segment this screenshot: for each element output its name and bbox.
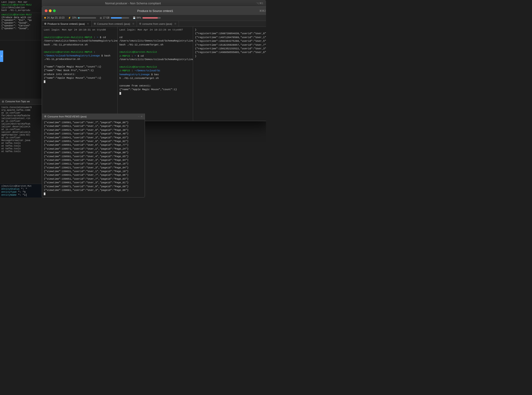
cu-line-3: {"registertime":1497120470589,"userid":"… [195, 36, 266, 39]
pageviews-minimize-icon[interactable]: − [138, 115, 140, 118]
pv-line-16: {"viewtime":150651,"userid":"User_7","pa… [44, 177, 143, 181]
pv-line-8: {"viewtime":150571,"userid":"User_1","pa… [44, 147, 143, 151]
produce-line-7: {"speaker": "Suvad", [1, 27, 40, 30]
produce-window-buttons [45, 9, 56, 12]
pv-line-5: {"viewtime":150541,"userid":"User_3","pa… [44, 136, 143, 139]
produce-minimize-button[interactable] [49, 9, 52, 12]
ps-line-2 [44, 32, 116, 35]
pv-line-14: {"viewtime":150631,"userid":"User_1","pa… [44, 170, 143, 173]
bg-line-3: litz/SRValidation [1, 6, 40, 9]
stack-line-4: fer(AbstractKafkaSche [1, 115, 40, 117]
produce-datetime: 24. Apr 23, 10:23 [44, 16, 65, 19]
bg-produce-section: cmutzlitz@Carsten-Mutz (Produce data wit… [0, 13, 42, 40]
produce-line-6: {"speaker": "Carsten" [1, 25, 40, 27]
cc-line-13 [119, 80, 191, 84]
ps-line-8: {"name":"Apple Magic Mouse","count":1} [44, 65, 116, 69]
stack-line-14: at kafka.tools [1, 142, 40, 144]
tab-consume-bell: ⊕ [132, 22, 134, 25]
consume-cmtest-terminal: Last login: Mon Apr 24 10:22:26 on ttys0… [118, 27, 193, 121]
produce-close-button[interactable] [45, 9, 48, 12]
cc-line-11: hemaRegistry/Lineage $ bas [119, 73, 191, 76]
produce-ram-fill [111, 17, 122, 19]
tab-source-bell: ⊕ [87, 22, 89, 25]
stack-line-6: at io.confluer [1, 120, 40, 122]
stack-line-17: at kafka.tools [1, 150, 40, 153]
produce-tab-consume-cmtest[interactable]: Consume from cmtest1 (java) ⊕ [92, 21, 137, 27]
ps-line-1: Last login: Mon Apr 24 10:10:31 on ttys0… [44, 28, 116, 32]
pageviews-tab-dot [44, 115, 46, 117]
tab-dot [44, 23, 46, 25]
side-indicator: a [0, 50, 3, 62]
produce-tab-source[interactable]: Produce to Source cmtest1 (java) ⊕ [42, 21, 92, 27]
bg-line-2: cmutzlitz@Carsten-Mutz [1, 4, 40, 6]
pv-line-18: {"viewtime":150671,"userid":"User_9","pa… [44, 185, 143, 188]
produce-maximize-button[interactable] [53, 9, 56, 12]
tab-source-label: Produce to Source cmtest1 (java) [48, 22, 85, 25]
ps-line-9: {"name":"Mac Book Pro","count":1} [44, 69, 116, 72]
stack-line-10: ializer.deserialize(A [1, 131, 40, 133]
ps-line-7 [44, 61, 116, 65]
cursor [44, 80, 45, 83]
stack-line-5: ializationContext.<in [1, 117, 40, 120]
consume-close-icon[interactable]: × [2, 100, 4, 103]
consume-tab[interactable]: × Consume from Topic we [0, 99, 42, 104]
pv-line-10: {"viewtime":150591,"userid":"User_4","pa… [44, 155, 143, 158]
produce-ram-progress [111, 17, 129, 19]
stack-line-3: at io.confluer [1, 112, 40, 114]
produce-ram: ▦ 17 GB [100, 16, 129, 19]
pv-line-15: {"viewtime":150641,"userid":"User_7","pa… [44, 173, 143, 177]
cc-line-10: z-MBP15 : ~/Demos/ccloud/Sc [119, 69, 191, 72]
consume-tab-section: × Consume from Topic we [0, 99, 42, 105]
produce-source-terminal: Last login: Mon Apr 24 10:10:31 on ttys0… [42, 27, 117, 121]
cc-line-7: z-MBP15 : ~ $ cd /Users/cmutzlitz/Demos/… [119, 54, 191, 61]
cc-line-1: Last login: Mon Apr 24 10:22:26 on ttys0… [119, 28, 191, 32]
cu-line-8: } [195, 55, 266, 58]
consume-tab-label: Consume from Topic we [5, 100, 30, 103]
cc-cursor [119, 92, 121, 95]
pv-line-1: {"viewtime":150501,"userid":"User_7","pa… [44, 121, 143, 124]
cc-line-6: cmutzlitz@Carsten-Mutzlit [119, 50, 191, 54]
cc-cursor-line [119, 92, 191, 95]
cu-line-5: {"registertime":1518235028857,"userid":"… [195, 43, 266, 47]
pv-line-7: {"viewtime":150561,"userid":"User_6","pa… [44, 143, 143, 147]
cc-line-3: cd /Users/cmutzlitz/Demos/ccloud/SchemaR… [119, 36, 191, 43]
tab-users-bell: ⊕ [174, 22, 176, 25]
background-window: Normal producer - Non Schema compliant ⌥… [0, 0, 266, 198]
produce-cpu-fill [78, 17, 80, 19]
produce-window-title: Produce to Source cmtest1 [137, 9, 173, 13]
pageviews-terminal: {"viewtime":150501,"userid":"User_7","pa… [42, 120, 145, 197]
cc-line-5 [119, 47, 191, 50]
consume-users-pane: } {"registertime":1508728054639,"userid"… [193, 27, 266, 121]
pv-line-4: {"viewtime":150531,"userid":"User_2","pa… [44, 132, 143, 136]
produce-tab-consume-users[interactable]: consume from users (java) ⊕ [137, 21, 179, 27]
cu-line-6: {"registertime":1501352153522,"userid":"… [195, 47, 266, 50]
cu-line-7: {"registertime":1496850555865,"userid":"… [195, 51, 266, 54]
window-shortcut: ⌥⌘1 [256, 2, 263, 5]
stack-line-12: at io.confluer [1, 137, 40, 139]
tab-consume-users-label: consume from users (java) [142, 22, 172, 25]
produce-cpu-label: 10% [72, 16, 76, 19]
stack-trace-section: tools.ConsoleConsumer$ org.apache.kafka.… [0, 105, 42, 188]
bg-line-1: Last login: Mon Apr [1, 1, 40, 3]
stack-line-16: at kafka.tools [1, 148, 40, 150]
produce-source-pane: Last login: Mon Apr 24 10:10:31 on ttys0… [42, 27, 118, 121]
pageviews-title-bar: Consume from PAGEVIEWS (java) − ⊕ [42, 114, 145, 120]
stack-line-2: org.apache.kafka.comm [1, 109, 40, 111]
produce-storage: 💾 84% [133, 16, 161, 19]
produce-ram-label: 17 GB [103, 16, 109, 19]
pageviews-title: Consume from PAGEVIEWS (java) [48, 115, 87, 118]
stack-line-8: ializer.deserialize(A [1, 126, 40, 128]
produce-line-4: {"speaker": "Evi", "qu [1, 19, 40, 22]
produce-status-bar: 24. Apr 23, 10:23 ⚡ 10% ▦ 17 GB 💾 84% [42, 15, 266, 21]
produce-panes: Last login: Mon Apr 24 10:10:31 on ttys0… [42, 27, 266, 121]
pv-line-3: {"viewtime":150521,"userid":"User_0","pa… [44, 128, 143, 132]
produce-title-bar: Produce to Source cmtest1 ⌘⌘2 [42, 7, 266, 15]
window-title: Normal producer - Non Schema compliant [105, 2, 161, 5]
cc-line-4: bash ./01-12_consumeTarget.sh [119, 43, 191, 47]
pv-line-19: {"viewtime":150681,"userid":"User_3","pa… [44, 189, 143, 192]
ps-cursor-line [44, 80, 116, 83]
produce-line-1: cmutzlitz@Carsten-Mutz [1, 14, 40, 16]
pv-line-13: {"viewtime":150621,"userid":"User_3","pa… [44, 166, 143, 170]
pv-line-17: {"viewtime":150661,"userid":"User_3","pa… [44, 181, 143, 184]
pageviews-settings-icon[interactable]: ⊕ [141, 115, 142, 118]
